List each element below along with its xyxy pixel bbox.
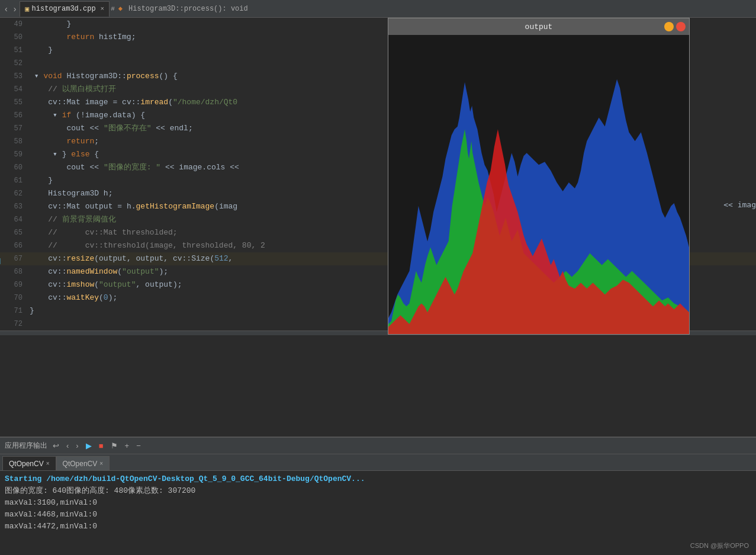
bottom-tab-qtopencv-1[interactable]: QtOpenCV × xyxy=(2,456,56,470)
tab-hash: # xyxy=(111,5,115,12)
toolbar-plus-button[interactable]: + xyxy=(123,441,131,451)
output-window: output xyxy=(388,18,690,335)
toolbar-back-button[interactable]: ‹ xyxy=(65,441,70,451)
bottom-tab-1-label: QtOpenCV xyxy=(9,460,44,468)
output-text-4: maxVal:4468,minVal:0 xyxy=(5,510,97,519)
output-window-title: output xyxy=(525,23,553,31)
watermark: CSDN @振华OPPO xyxy=(690,541,749,550)
tab-bar: ‹ › ▣ histogram3d.cpp × # ◆ Histogram3D:… xyxy=(0,0,756,18)
code-continuation-60: << imag xyxy=(723,200,756,209)
output-line-1: Starting /home/dzh/build-QtOpenCV-Deskto… xyxy=(5,473,751,485)
output-text-2: 图像的宽度: 640图像的高度: 480像素总数: 307200 xyxy=(5,486,195,495)
bottom-tab-2-label: QtOpenCV xyxy=(63,460,98,468)
output-window-controls xyxy=(664,22,686,31)
output-text-3: maxVal:3100,minVal:0 xyxy=(5,498,97,507)
toolbar-debug-button[interactable]: ⚑ xyxy=(109,441,120,451)
toolbar-minus-button[interactable]: − xyxy=(134,441,143,451)
file-tab-active[interactable]: ▣ histogram3d.cpp × xyxy=(20,1,110,17)
toolbar-stop-button[interactable]: ■ xyxy=(97,441,105,451)
nav-back-button[interactable]: ‹ xyxy=(2,4,10,14)
tab-filename: histogram3d.cpp xyxy=(32,5,96,13)
output-titlebar: output xyxy=(388,18,689,35)
toolbar-run-button[interactable]: ▶ xyxy=(84,441,94,451)
bottom-output-content[interactable]: Starting /home/dzh/build-QtOpenCV-Deskto… xyxy=(0,471,756,555)
histogram-canvas xyxy=(388,35,689,334)
bottom-tabs: QtOpenCV × QtOpenCV × xyxy=(0,454,756,471)
histogram-svg xyxy=(388,35,689,334)
bottom-tab-2-close[interactable]: × xyxy=(99,460,103,467)
toolbar-fwd-button[interactable]: › xyxy=(74,441,80,451)
bottom-panel-title: 应用程序输出 xyxy=(5,441,47,451)
nav-fwd-button[interactable]: › xyxy=(11,4,19,14)
output-line-2: 图像的宽度: 640图像的高度: 480像素总数: 307200 xyxy=(5,485,751,497)
bottom-panel: 应用程序输出 ↩ ‹ › ▶ ■ ⚑ + − QtOpenCV × QtOpen… xyxy=(0,437,756,555)
bottom-tab-qtopencv-2[interactable]: QtOpenCV × xyxy=(56,456,110,470)
bottom-tab-1-close[interactable]: × xyxy=(46,460,50,467)
tab-function-label: Histogram3D::process(): void xyxy=(128,5,248,13)
editor-area: 49 } 50 return histImg; 51 } 52 53 ▾ voi… xyxy=(0,18,756,437)
output-line-3: maxVal:3100,minVal:0 xyxy=(5,497,751,509)
close-button[interactable] xyxy=(676,22,686,31)
toolbar-wrap-button[interactable]: ↩ xyxy=(51,441,61,451)
output-line-5: maxVal:4472,minVal:0 xyxy=(5,521,751,532)
output-text-5: maxVal:4472,minVal:0 xyxy=(5,522,97,531)
tab-close-icon[interactable]: × xyxy=(101,5,105,12)
bottom-toolbar: 应用程序输出 ↩ ‹ › ▶ ■ ⚑ + − xyxy=(0,438,756,454)
tab-diamond-icon: ◆ xyxy=(118,4,123,13)
output-text-1: Starting /home/dzh/build-QtOpenCV-Deskto… xyxy=(5,474,365,483)
file-icon: ▣ xyxy=(25,5,29,14)
output-line-4: maxVal:4468,minVal:0 xyxy=(5,509,751,521)
minimize-button[interactable] xyxy=(664,22,674,31)
